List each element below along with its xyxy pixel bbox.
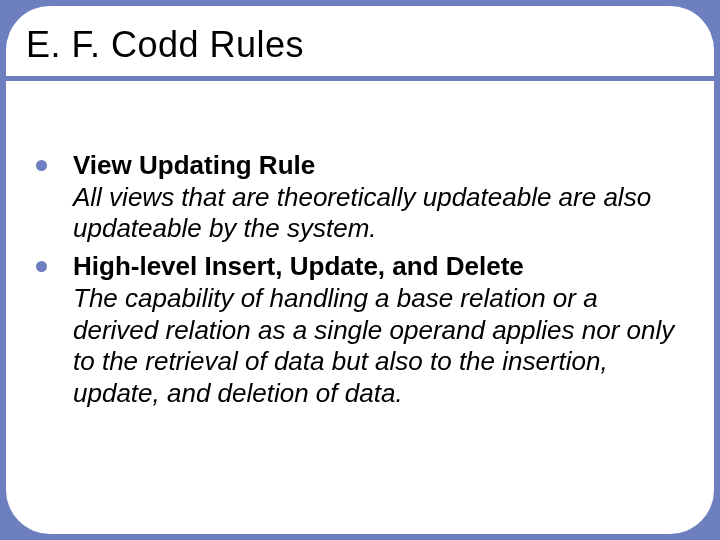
rule-description: The capability of handling a base relati… [73,283,686,410]
slide-content: View Updating Rule All views that are th… [36,150,686,416]
list-item-body: High-level Insert, Update, and Delete Th… [73,251,686,410]
list-item-body: View Updating Rule All views that are th… [73,150,686,245]
bullet-icon [36,160,47,171]
bullet-icon [36,261,47,272]
list-item: View Updating Rule All views that are th… [36,150,686,245]
rule-description: All views that are theoretically updatea… [73,182,686,245]
slide-title: E. F. Codd Rules [26,24,304,66]
list-item: High-level Insert, Update, and Delete Th… [36,251,686,410]
title-divider [0,76,720,81]
rule-heading: View Updating Rule [73,150,315,180]
rule-heading: High-level Insert, Update, and Delete [73,251,524,281]
